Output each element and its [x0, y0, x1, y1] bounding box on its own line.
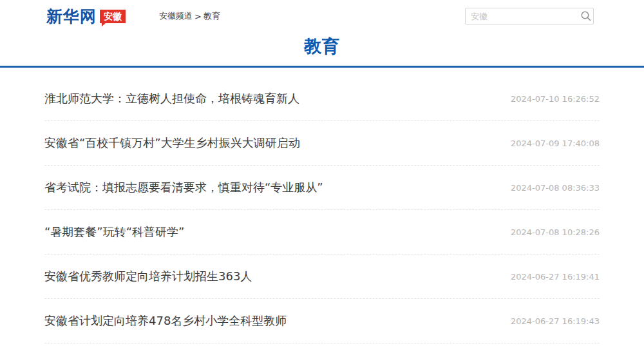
- breadcrumb-separator: >: [194, 12, 202, 21]
- news-timestamp: 2024-07-10 16:26:52: [498, 94, 600, 104]
- news-row: “暑期套餐”玩转“科普研学” 2024-07-08 10:28:26: [44, 210, 600, 255]
- news-timestamp: 2024-06-27 16:19:41: [498, 272, 600, 282]
- news-timestamp: 2024-07-09 17:40:08: [498, 139, 600, 148]
- news-title-link[interactable]: 安徽省计划定向培养478名乡村小学全科型教师: [44, 313, 287, 329]
- search-input[interactable]: [471, 12, 580, 21]
- logo-text: 新华网: [46, 8, 97, 24]
- anhui-badge: 安徽: [100, 10, 126, 23]
- news-timestamp: 2024-07-08 10:28:26: [498, 227, 600, 237]
- breadcrumb: 安徽频道 > 教育: [159, 10, 220, 22]
- search-icon[interactable]: [580, 10, 592, 22]
- news-row: 淮北师范大学：立德树人担使命，培根铸魂育新人 2024-07-10 16:26:…: [44, 77, 600, 121]
- news-title-link[interactable]: 省考试院：填报志愿要看清要求，慎重对待“专业服从”: [44, 180, 323, 195]
- search-box: [465, 8, 594, 24]
- news-title-link[interactable]: 安徽省“百校千镇万村”大学生乡村振兴大调研启动: [44, 135, 300, 151]
- news-title-link[interactable]: 淮北师范大学：立德树人担使命，培根铸魂育新人: [44, 91, 299, 106]
- breadcrumb-channel[interactable]: 安徽频道: [159, 10, 193, 22]
- news-title-link[interactable]: “暑期套餐”玩转“科普研学”: [44, 224, 184, 240]
- news-row: 安徽省计划定向培养478名乡村小学全科型教师 2024-06-27 16:19:…: [44, 299, 600, 343]
- breadcrumb-current[interactable]: 教育: [204, 10, 220, 22]
- news-timestamp: 2024-06-27 16:19:43: [498, 316, 600, 326]
- news-row: 安徽省“百校千镇万村”大学生乡村振兴大调研启动 2024-07-09 17:40…: [44, 121, 600, 166]
- news-row: 省考试院：填报志愿要看清要求，慎重对待“专业服从” 2024-07-08 08:…: [44, 166, 600, 210]
- news-list: 淮北师范大学：立德树人担使命，培根铸魂育新人 2024-07-10 16:26:…: [44, 68, 600, 343]
- news-row: 安徽省优秀教师定向培养计划招生363人 2024-06-27 16:19:41: [44, 255, 600, 299]
- site-header: 新华网 安徽 安徽频道 > 教育: [0, 0, 644, 31]
- page-title: 教育: [304, 36, 340, 56]
- news-title-link[interactable]: 安徽省优秀教师定向培养计划招生363人: [44, 269, 252, 284]
- news-timestamp: 2024-07-08 08:36:33: [498, 183, 600, 193]
- xinhuanet-logo[interactable]: 新华网 安徽: [46, 8, 126, 24]
- title-section: 教育: [0, 31, 644, 68]
